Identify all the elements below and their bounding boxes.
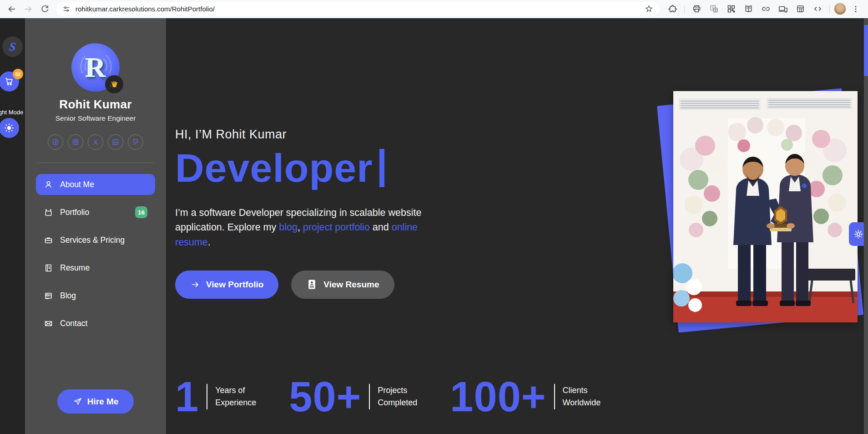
- envelope-icon: [44, 319, 53, 328]
- logo-letter: R: [86, 51, 106, 84]
- stats-row: 1 Years of Experience 50+ Projects Compl…: [175, 379, 868, 414]
- hero-intro: I’m a software Developer specializing in…: [175, 205, 444, 250]
- project-portfolio-link[interactable]: project portfolio: [303, 222, 370, 233]
- sidebar-item-label: Resume: [60, 263, 90, 273]
- reading-list-icon[interactable]: [741, 1, 756, 17]
- cart-icon: [4, 77, 14, 87]
- toolbar-separator: [684, 5, 685, 13]
- profile-photo: R: [71, 43, 120, 92]
- stat-divider: [554, 384, 555, 409]
- stat-projects: 50+ Projects Completed: [289, 379, 417, 414]
- sidebar-item-portfolio[interactable]: Portfolio 16: [36, 202, 155, 223]
- main-content: HI, I’M Rohit Kumar Developer I’m a soft…: [166, 18, 868, 434]
- sidebar-item-services-pricing[interactable]: Services & Pricing: [36, 230, 155, 250]
- edge-strip: S 02 ght Mode: [0, 18, 25, 434]
- stat-label: Years of Experience: [215, 384, 256, 409]
- social-linkedin-button[interactable]: [108, 134, 123, 150]
- stat-divider: [207, 384, 207, 409]
- profile-avatar[interactable]: [834, 3, 846, 15]
- sidebar-menu: About Me Portfolio 16 Services & Pricing…: [36, 174, 155, 334]
- stat-value: 1: [175, 379, 199, 414]
- social-facebook-button[interactable]: [48, 134, 63, 150]
- role-text: Developer: [175, 148, 373, 188]
- stat-experience: 1 Years of Experience: [175, 379, 256, 414]
- sidebar-item-label: Contact: [60, 319, 87, 328]
- extensions-icon[interactable]: [665, 1, 680, 17]
- sidebar-item-label: Services & Pricing: [60, 235, 125, 245]
- stat-value: 50+: [289, 379, 361, 414]
- sidebar-item-contact[interactable]: Contact: [36, 313, 155, 334]
- reload-button[interactable]: [37, 2, 52, 16]
- divider: [36, 163, 155, 163]
- blog-icon: [44, 291, 53, 301]
- open-box-icon: [44, 208, 53, 217]
- hire-me-button[interactable]: Hire Me: [57, 389, 134, 414]
- stat-label: Clients Worldwide: [563, 384, 601, 409]
- sidebar-item-label: Blog: [60, 291, 76, 301]
- sidebar-item-label: Portfolio: [60, 208, 89, 217]
- intro-text: ,: [298, 222, 303, 233]
- print-icon[interactable]: [689, 1, 704, 17]
- brand-logo[interactable]: S: [2, 36, 23, 57]
- browser-toolbar: rohitkumar.carkresolutions.com/RohitPort…: [0, 0, 868, 18]
- translate-icon[interactable]: G: [706, 1, 722, 17]
- portfolio-count-badge: 16: [135, 206, 147, 218]
- toolbar-separator: [829, 5, 830, 13]
- github-icon: [131, 138, 140, 146]
- sidebar-item-label: About Me: [60, 180, 94, 189]
- blog-link[interactable]: blog: [279, 222, 298, 233]
- light-mode-label: ght Mode: [0, 109, 24, 116]
- view-portfolio-button[interactable]: View Portfolio: [175, 271, 278, 299]
- view-portfolio-label: View Portfolio: [206, 280, 263, 290]
- menu-dots-icon[interactable]: [848, 1, 863, 17]
- instagram-icon: [71, 138, 80, 146]
- code-icon[interactable]: [810, 1, 825, 17]
- qr-grid-icon[interactable]: [723, 1, 739, 17]
- hero-photo: [671, 87, 867, 337]
- briefcase-icon: [44, 235, 53, 245]
- resume-icon: [44, 263, 53, 273]
- address-bar[interactable]: rohitkumar.carkresolutions.com/RohitPort…: [56, 2, 659, 16]
- gear-icon: [853, 229, 864, 240]
- intro-text: .: [208, 237, 211, 248]
- social-links: [48, 134, 143, 150]
- social-x-button[interactable]: [88, 134, 103, 150]
- stat-value: 100+: [450, 379, 546, 414]
- devices-icon[interactable]: [775, 1, 791, 17]
- scrollbar-thumb[interactable]: [864, 25, 868, 76]
- cart-badge: 02: [13, 69, 23, 79]
- profile-title: Senior Software Engineer: [56, 114, 136, 123]
- x-twitter-icon: [92, 138, 99, 146]
- facebook-icon: [51, 138, 60, 146]
- send-icon: [73, 397, 82, 406]
- sidebar-item-blog[interactable]: Blog: [36, 285, 155, 306]
- arrow-right-icon: [190, 280, 200, 290]
- sidebar: R Rohit Kumar Senior Software Engineer: [25, 18, 166, 434]
- view-resume-button[interactable]: View Resume: [291, 271, 394, 299]
- scrollbar: [864, 18, 868, 434]
- social-instagram-button[interactable]: [68, 134, 83, 150]
- typing-cursor: [379, 149, 384, 187]
- sun-icon: [4, 123, 15, 133]
- stat-label: Projects Completed: [378, 384, 417, 409]
- light-mode-button[interactable]: [0, 118, 19, 138]
- link-icon[interactable]: [758, 1, 773, 17]
- stat-clients: 100+ Clients Worldwide: [450, 379, 601, 414]
- back-button[interactable]: [5, 2, 19, 16]
- sidebar-item-about-me[interactable]: About Me: [36, 174, 155, 195]
- bookmark-star-icon[interactable]: [644, 4, 654, 14]
- url-text[interactable]: rohitkumar.carkresolutions.com/RohitPort…: [76, 5, 644, 13]
- forward-button[interactable]: [21, 2, 35, 16]
- stat-divider: [369, 384, 370, 409]
- social-github-button[interactable]: [128, 134, 143, 150]
- back-icon: [7, 4, 17, 14]
- hire-me-label: Hire Me: [87, 397, 119, 407]
- intro-text: and: [370, 222, 392, 233]
- page: S 02 ght Mode R: [0, 18, 868, 434]
- site-info-icon[interactable]: [62, 5, 71, 14]
- forward-icon: [23, 4, 33, 14]
- id-card-icon: [306, 279, 318, 290]
- table-icon[interactable]: [792, 1, 808, 17]
- cart-widget: 02: [0, 71, 25, 94]
- sidebar-item-resume[interactable]: Resume: [36, 257, 155, 278]
